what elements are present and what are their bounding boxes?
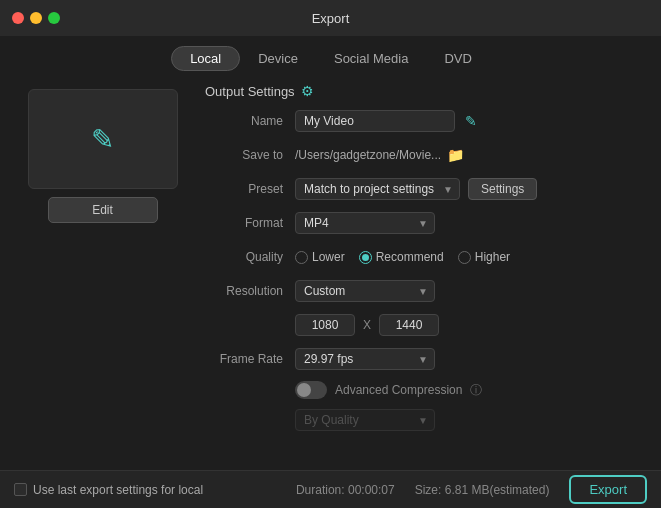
- frame-rate-select[interactable]: 29.97 fps: [295, 348, 435, 370]
- format-label: Format: [205, 216, 295, 230]
- save-to-control: /Users/gadgetzone/Movie... 📁: [295, 147, 641, 163]
- duration-value: 00:00:07: [348, 483, 395, 497]
- name-label: Name: [205, 114, 295, 128]
- output-settings-label: Output Settings: [205, 84, 295, 99]
- maximize-button[interactable]: [48, 12, 60, 24]
- bottom-bar: Use last export settings for local Durat…: [0, 470, 661, 508]
- tab-local[interactable]: Local: [171, 46, 240, 71]
- preview-box: ✎: [28, 89, 178, 189]
- resolution-fields: X: [295, 314, 641, 336]
- last-export-label: Use last export settings for local: [33, 483, 203, 497]
- save-to-row: Save to /Users/gadgetzone/Movie... 📁: [205, 143, 641, 167]
- pencil-icon: ✎: [91, 123, 114, 156]
- window-controls: [12, 12, 60, 24]
- resolution-height-input[interactable]: [379, 314, 439, 336]
- tool-icon: ⚙: [301, 83, 314, 99]
- frame-rate-label: Frame Rate: [205, 352, 295, 366]
- tab-dvd[interactable]: DVD: [426, 46, 489, 71]
- left-panel: ✎ Edit: [20, 79, 185, 431]
- preset-select-wrapper: Match to project settings ▼: [295, 178, 460, 200]
- lower-radio-label: Lower: [312, 250, 345, 264]
- higher-radio-label: Higher: [475, 250, 510, 264]
- higher-radio-circle: [458, 251, 471, 264]
- close-button[interactable]: [12, 12, 24, 24]
- minimize-button[interactable]: [30, 12, 42, 24]
- frame-rate-control: 29.97 fps ▼: [295, 348, 641, 370]
- export-button[interactable]: Export: [569, 475, 647, 504]
- preset-select[interactable]: Match to project settings: [295, 178, 460, 200]
- right-panel: Output Settings ⚙ Name ✎ Save to /Users/…: [205, 79, 641, 431]
- size-label: Size:: [415, 483, 442, 497]
- recommend-radio-dot: [362, 254, 369, 261]
- tab-social-media[interactable]: Social Media: [316, 46, 426, 71]
- resolution-wh-row: X: [205, 313, 641, 337]
- format-control: MP4 ▼: [295, 212, 641, 234]
- folder-icon[interactable]: 📁: [447, 147, 464, 163]
- advanced-compression-row: Advanced Compression ⓘ: [205, 381, 641, 399]
- lower-radio-circle: [295, 251, 308, 264]
- edit-name-icon[interactable]: ✎: [465, 113, 477, 129]
- quality-row: Quality Lower Recommend Higher: [205, 245, 641, 269]
- resolution-select[interactable]: Custom: [295, 280, 435, 302]
- resolution-width-input[interactable]: [295, 314, 355, 336]
- path-text: /Users/gadgetzone/Movie...: [295, 148, 441, 162]
- recommend-radio-label: Recommend: [376, 250, 444, 264]
- last-export-checkbox[interactable]: [14, 483, 27, 496]
- window-title: Export: [312, 11, 350, 26]
- frame-rate-select-wrapper: 29.97 fps ▼: [295, 348, 435, 370]
- bottom-info: Duration: 00:00:07 Size: 6.81 MB(estimat…: [296, 475, 647, 504]
- quality-label: Quality: [205, 250, 295, 264]
- info-icon[interactable]: ⓘ: [470, 382, 482, 399]
- quality-higher[interactable]: Higher: [458, 250, 510, 264]
- format-select-wrapper: MP4 ▼: [295, 212, 435, 234]
- resolution-control: Custom ▼: [295, 280, 641, 302]
- format-row: Format MP4 ▼: [205, 211, 641, 235]
- section-title: Output Settings ⚙: [205, 83, 641, 99]
- quality-control: Lower Recommend Higher: [295, 250, 641, 264]
- resolution-row: Resolution Custom ▼: [205, 279, 641, 303]
- tab-device[interactable]: Device: [240, 46, 316, 71]
- toggle-knob: [297, 383, 311, 397]
- size-value: 6.81 MB(estimated): [445, 483, 550, 497]
- quality-recommend[interactable]: Recommend: [359, 250, 444, 264]
- name-input[interactable]: [295, 110, 455, 132]
- duration-label: Duration:: [296, 483, 345, 497]
- advanced-toggle[interactable]: [295, 381, 327, 399]
- resolution-x-label: X: [363, 318, 371, 332]
- format-select[interactable]: MP4: [295, 212, 435, 234]
- name-row: Name ✎: [205, 109, 641, 133]
- by-quality-select[interactable]: By Quality: [295, 409, 435, 431]
- by-quality-select-wrapper: By Quality ▼: [295, 409, 435, 431]
- save-to-label: Save to: [205, 148, 295, 162]
- duration-text: Duration: 00:00:07: [296, 483, 395, 497]
- edit-button[interactable]: Edit: [48, 197, 158, 223]
- size-text: Size: 6.81 MB(estimated): [415, 483, 550, 497]
- resolution-select-wrapper: Custom ▼: [295, 280, 435, 302]
- resolution-label: Resolution: [205, 284, 295, 298]
- advanced-label: Advanced Compression: [335, 383, 462, 397]
- preset-label: Preset: [205, 182, 295, 196]
- main-content: ✎ Edit Output Settings ⚙ Name ✎ Save to …: [0, 79, 661, 431]
- settings-button[interactable]: Settings: [468, 178, 537, 200]
- checkbox-wrap: Use last export settings for local: [14, 483, 203, 497]
- by-quality-row: By Quality ▼: [205, 409, 641, 431]
- preset-row: Preset Match to project settings ▼ Setti…: [205, 177, 641, 201]
- quality-lower[interactable]: Lower: [295, 250, 345, 264]
- recommend-radio-circle: [359, 251, 372, 264]
- title-bar: Export: [0, 0, 661, 36]
- preset-control: Match to project settings ▼ Settings: [295, 178, 641, 200]
- frame-rate-row: Frame Rate 29.97 fps ▼: [205, 347, 641, 371]
- name-control: ✎: [295, 110, 641, 132]
- tab-bar: Local Device Social Media DVD: [0, 36, 661, 79]
